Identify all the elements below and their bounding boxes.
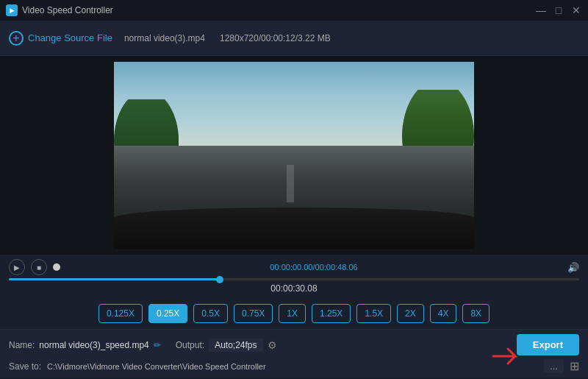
title-bar: ▶ Video Speed Controller — □ ✕ — [0, 0, 588, 21]
video-preview — [114, 62, 474, 249]
maximize-button[interactable]: □ — [553, 4, 564, 16]
file-name: normal video(3).mp4 — [124, 33, 205, 43]
output-label: Output: — [176, 340, 204, 350]
app-title: Video Speed Controller — [22, 5, 113, 15]
speed-button-4x[interactable]: 4X — [430, 304, 457, 323]
stop-button[interactable]: ■ — [31, 259, 47, 275]
change-source-button[interactable]: + Change Source File — [9, 31, 112, 46]
speed-button-075x[interactable]: 0.75X — [234, 304, 273, 323]
speed-button-8x[interactable]: 8X — [462, 304, 490, 323]
speed-button-2x[interactable]: 2X — [397, 304, 424, 323]
file-info: normal video(3).mp4 1280x720/00:00:12/3.… — [124, 33, 331, 43]
play-button[interactable]: ▶ — [9, 259, 25, 275]
progress-thumb[interactable] — [216, 276, 223, 283]
dots-button[interactable]: ... — [544, 359, 564, 373]
file-name-value: normal video(3)_speed.mp4 — [39, 340, 148, 350]
app-icon: ▶ — [6, 4, 18, 16]
name-label: Name: — [9, 340, 35, 350]
progress-fill — [9, 278, 220, 280]
volume-icon[interactable]: 🔊 — [567, 262, 579, 273]
close-button[interactable]: ✕ — [570, 4, 582, 16]
minimize-button[interactable]: — — [535, 4, 547, 16]
save-to-label: Save to: — [9, 361, 41, 372]
video-container — [0, 56, 588, 255]
speed-button-05x[interactable]: 0.5X — [193, 304, 228, 323]
speed-button-1x[interactable]: 1X — [279, 304, 306, 323]
speed-button-0125x[interactable]: 0.125X — [98, 304, 143, 323]
current-time: 00:00:30.08 — [9, 283, 579, 294]
position-dot[interactable] — [53, 263, 60, 271]
change-source-label: Change Source File — [28, 32, 112, 43]
output-value: Auto;24fps — [209, 339, 262, 352]
save-path: C:\Vidmore\Vidmore Video Converter\Video… — [47, 362, 538, 371]
arrow-indicator — [490, 345, 526, 367]
progress-track[interactable] — [9, 278, 579, 280]
time-display: 00:00:00.00/00:00:48.06 — [270, 263, 357, 272]
speed-button-125x[interactable]: 1.25X — [312, 304, 351, 323]
edit-icon[interactable]: ✏ — [154, 340, 161, 350]
playback-bar: ▶ ■ 00:00:00.00/00:00:48.06 🔊 00:00:30.0… — [0, 255, 588, 298]
gear-icon[interactable]: ⚙ — [268, 339, 277, 351]
road-line — [287, 165, 294, 202]
speed-button-15x[interactable]: 1.5X — [356, 304, 391, 323]
video-dashboard — [114, 208, 474, 249]
file-meta: 1280x720/00:00:12/3.22 MB — [220, 33, 331, 43]
folder-icon-button[interactable]: ⊞ — [570, 359, 579, 373]
toolbar: + Change Source File normal video(3).mp4… — [0, 21, 588, 56]
speed-buttons-row: 0.125X0.25X0.5X0.75X1X1.25X1.5X2X4X8X — [0, 298, 588, 329]
speed-button-025x[interactable]: 0.25X — [148, 304, 187, 323]
add-icon: + — [9, 31, 24, 46]
